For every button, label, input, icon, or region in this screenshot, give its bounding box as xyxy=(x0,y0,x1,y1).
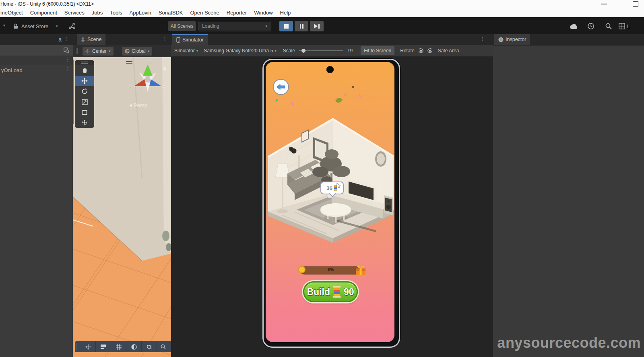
simulator-more-icon[interactable]: ⋮ xyxy=(480,37,485,41)
overlay-grid-button[interactable] xyxy=(111,344,126,350)
row-more-icon[interactable]: ⋮ xyxy=(65,58,70,62)
scene-viewport[interactable]: a y x z Persp xyxy=(73,57,171,357)
simulator-tabstrip: Simulator ⋮ xyxy=(171,34,493,45)
hierarchy-scene-header[interactable] xyxy=(0,45,73,56)
scene-gizmo[interactable]: y x z xyxy=(128,60,167,101)
build-button[interactable]: Build 90 xyxy=(303,281,358,302)
camera-hole xyxy=(326,66,334,73)
menu-help[interactable]: Help xyxy=(277,8,295,17)
scene-picker-icon[interactable] xyxy=(64,47,70,54)
overlay-ui-button[interactable] xyxy=(96,344,111,349)
confetti-piece xyxy=(335,97,343,104)
rotate-label: Rotate xyxy=(400,48,414,54)
menu-jobs[interactable]: Jobs xyxy=(88,8,106,17)
asset-store-button[interactable]: Asset Store xyxy=(21,23,48,29)
rotate-left-icon[interactable] xyxy=(418,47,424,54)
step-icon xyxy=(314,24,320,29)
menu-sonatsdk[interactable]: SonatSDK xyxy=(155,8,187,17)
device-dropdown[interactable]: Samsung Galaxy Note20 Ultra 5 xyxy=(204,48,273,54)
menu-applovin[interactable]: AppLovin xyxy=(126,8,155,17)
menu-tools[interactable]: Tools xyxy=(106,8,126,17)
all-scenes-button[interactable]: All Scenes xyxy=(168,21,196,31)
hierarchy-dontdestroyonload-row[interactable]: yOnLoad ⋮ xyxy=(0,65,73,75)
watermark-text: anysourcecode.com xyxy=(497,334,641,351)
cloud-icon[interactable] xyxy=(569,23,578,29)
confetti-piece xyxy=(291,102,294,105)
tab-scene[interactable]: Scene xyxy=(77,34,105,45)
rotate-right-icon[interactable] xyxy=(427,47,433,54)
overlay-drag-handle[interactable] xyxy=(75,60,94,65)
tool-handle-position-dropdown[interactable]: Center ▾ xyxy=(83,47,114,56)
minimize-button[interactable] xyxy=(601,4,607,4)
toolbar-grip[interactable] xyxy=(76,343,80,350)
device-screen[interactable]: 36 0% xyxy=(266,62,394,342)
inspector-panel: Inspector anysourcecode.com xyxy=(493,34,644,357)
rotate-tool-button[interactable] xyxy=(75,86,94,97)
simulator-viewport: 36 0% xyxy=(171,57,493,357)
move-icon xyxy=(81,78,88,84)
back-button[interactable] xyxy=(273,79,289,95)
hand-tool-button[interactable] xyxy=(75,65,94,76)
search-icon[interactable] xyxy=(605,23,612,30)
overlay-search-button[interactable] xyxy=(157,344,169,349)
asset-store-caret[interactable]: ▾ xyxy=(56,24,58,28)
account-dropdown-caret[interactable]: ▾ xyxy=(3,23,5,27)
hierarchy-subheader[interactable]: ⋮ xyxy=(0,56,73,65)
transform-tool-button[interactable] xyxy=(75,118,94,128)
gizmo-persp-label[interactable]: Persp xyxy=(129,102,147,108)
hierarchy-panel: a ⋮ ⋮ yOnLoad ⋮ xyxy=(0,34,73,357)
build-cost-bubble[interactable]: 36 xyxy=(320,182,344,194)
menu-gameobject[interactable]: meObject xyxy=(0,8,27,17)
scale-slider-thumb[interactable] xyxy=(301,49,305,53)
hierarchy-more-icon[interactable]: ⋮ xyxy=(64,37,69,41)
pause-icon xyxy=(300,24,303,29)
fit-to-screen-button[interactable]: Fit to Screen xyxy=(361,46,394,55)
confetti-piece xyxy=(352,86,354,89)
progress-bar: 0% xyxy=(300,266,361,274)
step-button[interactable] xyxy=(310,21,324,31)
menu-reporter[interactable]: Reporter xyxy=(223,8,251,17)
menu-services[interactable]: Services xyxy=(61,8,88,17)
row-more-icon[interactable]: ⋮ xyxy=(65,67,70,71)
rect-tool-icon xyxy=(82,109,88,116)
menu-open-scene[interactable]: Open Scene xyxy=(186,8,223,17)
bubble-value: 36 xyxy=(326,185,332,191)
inspector-tabstrip: Inspector xyxy=(493,34,644,45)
overlay-move-button[interactable] xyxy=(80,344,95,350)
menu-component[interactable]: Component xyxy=(27,8,61,17)
scale-tool-button[interactable] xyxy=(75,97,94,107)
move-tool-button[interactable] xyxy=(75,76,94,86)
stop-icon xyxy=(284,24,289,29)
menu-window[interactable]: Window xyxy=(250,8,276,17)
persp-arrow-icon xyxy=(129,103,132,107)
back-arrow-icon xyxy=(277,84,285,90)
info-icon xyxy=(498,37,504,42)
gizmo-y-label: y xyxy=(149,59,151,64)
layers-icon[interactable] xyxy=(619,23,625,29)
confetti-piece xyxy=(358,94,361,98)
overlay-shading-button[interactable] xyxy=(126,344,141,350)
window-titlebar: Home - iOS - Unity 6 (6000.0.35f1) <DX11… xyxy=(0,0,644,8)
sprite-icon xyxy=(100,344,106,349)
rect-tool-button[interactable] xyxy=(75,107,94,118)
rotate-icon xyxy=(81,88,88,95)
menu-bar: meObject Component Services Jobs Tools A… xyxy=(0,8,644,18)
scene-loading-dropdown[interactable]: Loading ▾ xyxy=(199,21,270,31)
scene-more-icon[interactable]: ⋮ xyxy=(162,37,167,41)
simulator-menu-dropdown[interactable]: Simulator xyxy=(174,48,195,54)
overlay-effects-button[interactable] xyxy=(142,344,157,350)
pause-button[interactable] xyxy=(295,21,308,31)
tool-handle-rotation-dropdown[interactable]: Global ▾ xyxy=(122,47,152,56)
version-control-icon[interactable] xyxy=(68,23,76,30)
history-icon[interactable] xyxy=(587,23,594,30)
tab-inspector[interactable]: Inspector xyxy=(494,34,530,45)
simulator-panel: Simulator ⋮ Simulator ▾ Samsung Galaxy N… xyxy=(171,34,493,357)
scale-slider[interactable] xyxy=(299,48,343,54)
hierarchy-sort-icon[interactable]: a xyxy=(58,36,62,43)
lock-icon xyxy=(13,23,18,29)
restore-button[interactable] xyxy=(633,1,638,7)
tab-simulator[interactable]: Simulator xyxy=(172,34,208,45)
safe-area-toggle[interactable]: Safe Area xyxy=(438,48,459,54)
scale-icon xyxy=(82,99,88,105)
play-button[interactable] xyxy=(279,21,293,31)
